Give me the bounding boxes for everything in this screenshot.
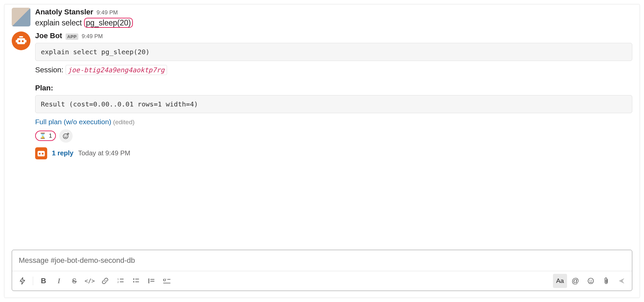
svg-point-6 — [63, 134, 68, 139]
full-plan-line: Full plan (w/o execution) (edited) — [35, 118, 632, 126]
ordered-list-button[interactable]: 12 — [113, 274, 128, 288]
svg-rect-0 — [17, 38, 25, 44]
session-id: joe-btig24a9eng4aoktp7rg — [66, 65, 167, 75]
code-block-plan: Result (cost=0.00..0.01 rows=1 width=4) — [35, 95, 632, 113]
add-reaction-button[interactable] — [59, 129, 73, 143]
highlighted-text: pg_sleep(20) — [84, 18, 133, 28]
message-header: Anatoly Stansler 9:49 PM — [35, 8, 632, 16]
paperclip-icon — [603, 277, 610, 285]
shortcuts-button[interactable] — [15, 274, 29, 288]
svg-point-2 — [22, 40, 24, 42]
thread-reply-link[interactable]: 1 reply — [52, 149, 73, 157]
plan-heading: Plan: — [35, 84, 632, 92]
attach-button[interactable] — [599, 274, 613, 288]
link-button[interactable] — [98, 274, 112, 288]
svg-point-13 — [42, 153, 44, 154]
author-name[interactable]: Anatoly Stansler — [35, 8, 93, 16]
timestamp[interactable]: 9:49 PM — [97, 9, 118, 16]
svg-text:2: 2 — [117, 281, 119, 284]
add-emoji-icon — [62, 132, 70, 140]
svg-point-12 — [39, 153, 41, 154]
emoji-button[interactable] — [584, 274, 598, 288]
app-badge: APP — [66, 33, 78, 40]
codeblock-icon — [163, 277, 171, 285]
formatting-toggle[interactable]: Aa — [553, 274, 567, 288]
bullet-list-icon — [132, 277, 140, 285]
reactions-bar: ⌛ 1 — [35, 129, 632, 143]
svg-rect-3 — [16, 40, 17, 43]
code-button[interactable]: </> — [83, 274, 97, 288]
svg-rect-11 — [37, 151, 45, 156]
lightning-icon — [19, 277, 26, 285]
message-body: Joe Bot APP 9:49 PM explain select pg_sl… — [35, 31, 632, 169]
link-icon — [101, 277, 109, 285]
chat-container: Anatoly Stansler 9:49 PM explain select … — [4, 4, 640, 298]
separator — [33, 277, 33, 285]
smile-icon — [587, 277, 594, 285]
composer-toolbar: B I S </> 12 — [12, 271, 632, 291]
reaction-hourglass[interactable]: ⌛ 1 — [35, 131, 56, 141]
svg-point-19 — [133, 281, 135, 283]
code-block-command: explain select pg_sleep(20) — [35, 43, 632, 61]
session-line: Session: joe-btig24a9eng4aoktp7rg — [35, 66, 632, 74]
svg-point-27 — [588, 278, 594, 284]
svg-point-7 — [65, 135, 65, 136]
svg-point-29 — [591, 280, 592, 281]
message-user: Anatoly Stansler 9:49 PM explain select … — [12, 8, 632, 29]
codeblock-button[interactable] — [160, 274, 174, 288]
svg-point-28 — [589, 280, 590, 281]
svg-rect-4 — [25, 40, 26, 43]
message-text: explain select pg_sleep(20) — [35, 17, 632, 29]
edited-label: (edited) — [113, 119, 135, 126]
bot-icon — [35, 147, 47, 160]
message-text-prefix: explain select — [35, 18, 82, 27]
author-name[interactable]: Joe Bot — [35, 31, 62, 40]
svg-point-18 — [133, 279, 135, 280]
avatar[interactable] — [12, 8, 30, 26]
message-header: Joe Bot APP 9:49 PM — [35, 31, 632, 40]
thread-summary[interactable]: 1 reply Today at 9:49 PM — [35, 147, 632, 159]
message-body: Anatoly Stansler 9:49 PM explain select … — [35, 8, 632, 29]
bullet-list-button[interactable] — [129, 274, 143, 288]
actions-group: Aa @ — [553, 274, 629, 288]
mention-button[interactable]: @ — [568, 274, 582, 288]
thread-time: Today at 9:49 PM — [78, 149, 130, 157]
timestamp[interactable]: 9:49 PM — [82, 33, 103, 40]
svg-point-1 — [18, 40, 20, 42]
quote-icon — [148, 277, 155, 285]
thread-avatar — [35, 147, 47, 159]
avatar-bot[interactable] — [12, 31, 30, 50]
svg-point-8 — [66, 135, 67, 136]
format-group: B I S </> 12 — [36, 274, 174, 288]
session-label: Session: — [35, 66, 63, 74]
italic-button[interactable]: I — [52, 274, 66, 288]
svg-rect-5 — [19, 36, 23, 37]
strike-button[interactable]: S — [67, 274, 81, 288]
message-bot: Joe Bot APP 9:49 PM explain select pg_sl… — [12, 31, 632, 169]
message-input[interactable]: Message #joe-bot-demo-second-db — [12, 250, 632, 271]
message-composer: Message #joe-bot-demo-second-db B I S </… — [12, 250, 632, 291]
messages-list: Anatoly Stansler 9:49 PM explain select … — [12, 8, 632, 250]
send-icon — [618, 277, 625, 285]
send-button[interactable] — [615, 274, 629, 288]
ordered-list-icon: 12 — [117, 277, 124, 285]
bold-button[interactable]: B — [36, 274, 51, 288]
bot-icon — [14, 34, 28, 48]
reaction-count: 1 — [49, 133, 52, 139]
quote-button[interactable] — [144, 274, 158, 288]
hourglass-icon: ⌛ — [39, 132, 46, 139]
full-plan-link[interactable]: Full plan (w/o execution) — [35, 118, 111, 126]
